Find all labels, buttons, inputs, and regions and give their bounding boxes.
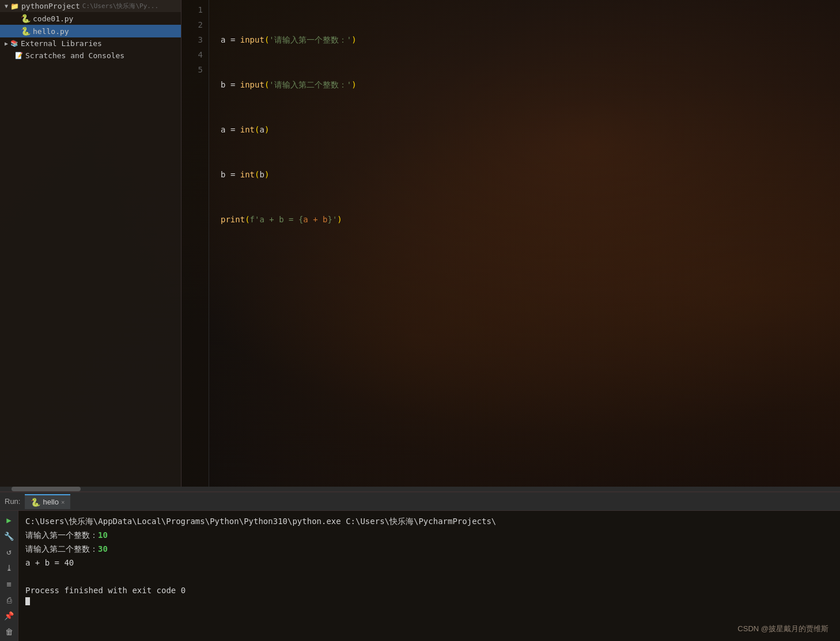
py-file-icon-hello: 🐍 <box>21 26 31 36</box>
code-line-4: b = int(b) <box>221 167 828 182</box>
sidebar-scratches[interactable]: 📝 Scratches and Consoles <box>0 50 181 62</box>
sidebar-file-hello[interactable]: 🐍 hello.py <box>0 25 181 37</box>
run-toolbar: ▶ 🔧 ↺ ⤓ ≡ ⎙ 📌 🗑 <box>0 511 18 641</box>
command-text: C:\Users\快乐海\AppData\Local\Programs\Pyth… <box>25 514 496 528</box>
code-line-1: a = input('请输入第一个整数：') <box>221 32 828 47</box>
scrollbar-thumb[interactable] <box>12 487 81 491</box>
output-cursor-line <box>25 597 833 605</box>
output-prompt-2: 请输入第二个整数： 30 <box>25 542 833 556</box>
scratch-icon: 📝 <box>15 52 23 59</box>
rerun-button[interactable]: ↺ <box>2 545 17 559</box>
run-header: Run: 🐍 hello × <box>0 492 840 511</box>
output-command-line: C:\Users\快乐海\AppData\Local\Programs\Pyth… <box>25 514 833 528</box>
project-name: pythonProject <box>21 2 80 10</box>
exit-text: Process finished with exit code 0 <box>25 583 186 597</box>
result-text: a + b = 40 <box>25 556 74 570</box>
collapse-arrow-icon: ▼ <box>5 3 8 9</box>
delete-button[interactable]: 🗑 <box>2 625 17 639</box>
project-path: C:\Users\快乐海\Py... <box>82 2 158 10</box>
print-button[interactable]: ⎙ <box>2 593 17 607</box>
layout-button[interactable]: ≡ <box>2 577 17 591</box>
output-result-sum: a + b = 40 <box>25 556 833 570</box>
code-line-2: b = input('请输入第二个整数：') <box>221 77 828 92</box>
expand-arrow-icon: ▶ <box>5 40 8 47</box>
code-line-5: print(f'a + b = {a + b}') <box>221 212 828 227</box>
output-exit-code: Process finished with exit code 0 <box>25 583 833 597</box>
external-libraries-label: External Libraries <box>21 39 102 48</box>
input-value-1: 10 <box>98 528 108 542</box>
library-icon: 📚 <box>10 40 18 47</box>
sidebar: ▼ 📁 pythonProject C:\Users\快乐海\Py... 🐍 c… <box>0 0 181 487</box>
run-body: ▶ 🔧 ↺ ⤓ ≡ ⎙ 📌 🗑 C:\Users\快乐海\AppData\Loc… <box>0 511 840 641</box>
code-content[interactable]: a = input('请输入第一个整数：') b = input('请输入第二个… <box>209 0 840 487</box>
run-output[interactable]: C:\Users\快乐海\AppData\Local\Programs\Pyth… <box>18 511 840 641</box>
watermark: CSDN @披星戴月的贾维斯 <box>737 624 828 634</box>
pin-button[interactable]: 📌 <box>2 609 17 623</box>
scratches-label: Scratches and Consoles <box>25 51 124 60</box>
prompt-text-2: 请输入第二个整数： <box>25 542 98 556</box>
sidebar-file-code01-label: code01.py <box>33 14 73 23</box>
run-tab-name: hello <box>43 498 58 506</box>
prompt-text-1: 请输入第一个整数： <box>25 528 98 542</box>
run-panel: Run: 🐍 hello × ▶ 🔧 ↺ ⤓ ≡ ⎙ 📌 🗑 C:\Users\… <box>0 491 840 641</box>
run-button[interactable]: ▶ <box>2 513 17 527</box>
py-file-icon: 🐍 <box>21 14 31 23</box>
code-line-3: a = int(a) <box>221 122 828 137</box>
editor-scrollbar[interactable] <box>0 487 840 491</box>
code-editor[interactable]: 1 2 3 4 5 a = input('请输入第一个整数：') b = inp… <box>181 0 840 487</box>
output-blank <box>25 570 833 583</box>
cursor <box>25 597 30 605</box>
sidebar-external-libraries[interactable]: ▶ 📚 External Libraries <box>0 37 181 50</box>
line-numbers: 1 2 3 4 5 <box>181 0 209 487</box>
run-tab-close-icon[interactable]: × <box>61 499 65 506</box>
py-run-icon: 🐍 <box>31 498 40 507</box>
folder-icon: 📁 <box>10 2 19 10</box>
run-label: Run: <box>5 497 20 506</box>
output-prompt-1: 请输入第一个整数： 10 <box>25 528 833 542</box>
scroll-to-end-button[interactable]: ⤓ <box>2 561 17 575</box>
sidebar-file-hello-label: hello.py <box>33 27 69 36</box>
wrench-button[interactable]: 🔧 <box>2 529 17 543</box>
input-value-2: 30 <box>98 542 108 556</box>
sidebar-file-code01[interactable]: 🐍 code01.py <box>0 12 181 25</box>
sidebar-project-root[interactable]: ▼ 📁 pythonProject C:\Users\快乐海\Py... <box>0 0 181 12</box>
run-tab-hello[interactable]: 🐍 hello × <box>25 494 70 509</box>
